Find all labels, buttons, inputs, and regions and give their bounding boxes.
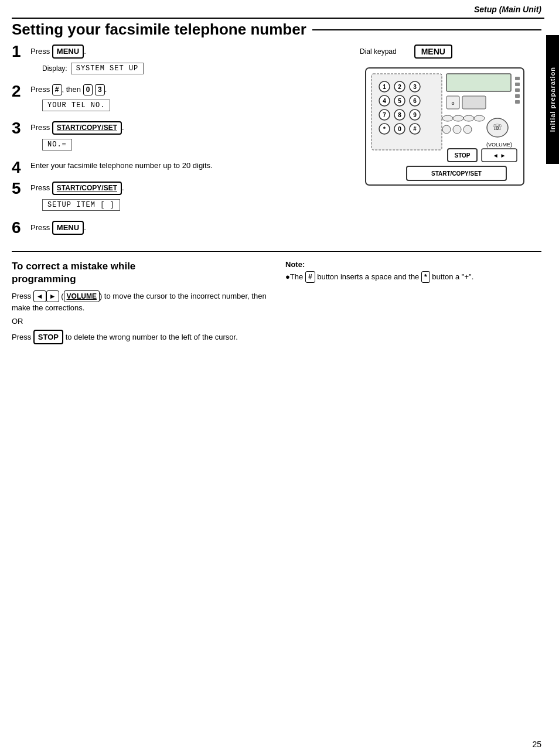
- svg-point-36: [453, 115, 463, 121]
- steps-area: 1 Press MENU. Display: SYSTEM SET UP 2 P: [12, 45, 541, 243]
- svg-point-38: [474, 115, 485, 121]
- step-3-start-btn: START/COPY/SET: [52, 121, 122, 135]
- svg-point-39: [442, 125, 451, 134]
- svg-text:8: 8: [398, 112, 401, 118]
- svg-text:1: 1: [383, 84, 386, 90]
- step-2-3-btn: 3: [95, 84, 105, 95]
- step-2-0-btn: 0: [83, 84, 93, 95]
- vol-right-btn: ►: [46, 290, 59, 302]
- page-title-text: Setting your facsimile telephone number: [12, 20, 306, 39]
- page-number: 25: [532, 740, 541, 749]
- step-1-number: 1: [12, 43, 30, 60]
- step-6: 6 Press MENU.: [12, 221, 348, 237]
- step-6-menu-btn: MENU: [52, 221, 84, 235]
- correct-mistake-title: To correct a mistake whileprogramming: [12, 260, 268, 286]
- main-content: Setting your facsimile telephone number …: [12, 20, 541, 733]
- dial-keypad-label: Dial keypad: [360, 47, 397, 56]
- step-2: 2 Press #, then 0 3. YOUR TEL NO.: [12, 84, 348, 115]
- svg-rect-27: [515, 77, 520, 80]
- volume-btn: VOLUME: [64, 290, 100, 302]
- svg-rect-26: [446, 74, 511, 91]
- fax-machine-diagram: 1 2 3 4 5 6 7 8 9: [360, 62, 536, 203]
- svg-point-41: [463, 125, 472, 134]
- second-section: To correct a mistake whileprogramming Pr…: [12, 260, 541, 345]
- note-body: ●The # button inserts a space and the * …: [285, 271, 541, 283]
- step-4-content: Enter your facsimile telephone number up…: [30, 160, 348, 173]
- step-5-text: Press START/COPY/SET.: [30, 182, 348, 195]
- step-3-text: Press START/COPY/SET.: [30, 121, 348, 135]
- step-6-text: Press MENU.: [30, 221, 348, 235]
- svg-rect-30: [515, 94, 520, 98]
- note-hash-btn: #: [305, 271, 315, 283]
- page-number-text: 25: [532, 740, 541, 749]
- step-5-start-btn: START/COPY/SET: [52, 182, 122, 195]
- step-4: 4 Enter your facsimile telephone number …: [12, 160, 348, 176]
- diagram-container: Dial keypad MENU 1 2 3 4 5: [360, 45, 541, 243]
- page-header: Setup (Main Unit): [474, 5, 541, 14]
- step-3-display-row: NO.=: [42, 137, 348, 152]
- step-2-text: Press #, then 0 3.: [30, 84, 348, 95]
- step-1-menu-btn: MENU: [52, 45, 84, 59]
- svg-text:STOP: STOP: [454, 152, 470, 159]
- svg-point-40: [453, 125, 461, 134]
- step-5-display-box: SETUP ITEM [ ]: [42, 199, 120, 211]
- svg-text:5: 5: [398, 98, 401, 104]
- step-4-text: Enter your facsimile telephone number up…: [30, 160, 348, 171]
- svg-text:3: 3: [413, 84, 417, 90]
- svg-text:*: *: [383, 126, 386, 132]
- svg-text:o: o: [451, 100, 454, 106]
- step-1-content: Press MENU. Display: SYSTEM SET UP: [30, 45, 348, 78]
- svg-text:#: #: [413, 126, 417, 132]
- step-5-display-row: SETUP ITEM [ ]: [42, 197, 348, 213]
- svg-point-35: [442, 115, 453, 121]
- svg-text:9: 9: [413, 112, 417, 118]
- note-section: Note: ●The # button inserts a space and …: [285, 260, 541, 345]
- svg-text:◄  ►: ◄ ►: [493, 152, 506, 159]
- step-5-number: 5: [12, 180, 30, 197]
- svg-rect-29: [515, 88, 520, 92]
- step-6-number: 6: [12, 220, 30, 236]
- step-2-display-row: YOUR TEL NO.: [42, 98, 348, 113]
- svg-text:(VOLUME): (VOLUME): [486, 142, 512, 148]
- step-1-display-box: SYSTEM SET UP: [71, 63, 144, 74]
- svg-text:☏: ☏: [492, 122, 503, 132]
- step-3-display-box: NO.=: [42, 139, 72, 150]
- correct-mistake-body: Press ◄► (VOLUME) to move the cursor to …: [12, 290, 268, 345]
- stop-btn-correct: STOP: [33, 330, 63, 345]
- steps-list: 1 Press MENU. Display: SYSTEM SET UP 2 P: [12, 45, 348, 243]
- svg-text:6: 6: [413, 98, 417, 104]
- sidebar-label: Initial preparation: [549, 67, 556, 132]
- step-3-number: 3: [12, 120, 30, 136]
- diagram-header: Dial keypad MENU: [360, 45, 541, 59]
- svg-text:2: 2: [398, 84, 401, 90]
- svg-point-37: [463, 115, 474, 121]
- note-title: Note:: [285, 260, 541, 269]
- step-1-display-row: Display: SYSTEM SET UP: [42, 61, 348, 76]
- header-title: Setup (Main Unit): [474, 5, 541, 14]
- step-1: 1 Press MENU. Display: SYSTEM SET UP: [12, 45, 348, 78]
- correct-mistake-section: To correct a mistake whileprogramming Pr…: [12, 260, 268, 345]
- vol-left-right-btn: ◄: [33, 290, 46, 302]
- step-5-content: Press START/COPY/SET. SETUP ITEM [ ]: [30, 182, 348, 215]
- svg-text:0: 0: [398, 126, 401, 132]
- step-3-content: Press START/COPY/SET. NO.=: [30, 121, 348, 155]
- svg-text:START/COPY/SET: START/COPY/SET: [431, 170, 482, 177]
- svg-rect-31: [515, 100, 520, 104]
- svg-rect-28: [515, 83, 520, 86]
- section-divider: [12, 251, 541, 252]
- note-star-btn: *: [421, 271, 430, 283]
- sidebar-tab: Initial preparation: [546, 35, 559, 164]
- step-2-display-box: YOUR TEL NO.: [42, 100, 110, 111]
- header-divider: [12, 18, 544, 19]
- svg-text:7: 7: [383, 112, 386, 118]
- step-6-content: Press MENU.: [30, 221, 348, 237]
- step-1-display-label: Display:: [42, 64, 67, 73]
- step-2-hash-btn: #: [52, 84, 62, 95]
- step-2-content: Press #, then 0 3. YOUR TEL NO.: [30, 84, 348, 115]
- step-4-number: 4: [12, 159, 30, 176]
- step-5: 5 Press START/COPY/SET. SETUP ITEM [ ]: [12, 182, 348, 215]
- step-2-number: 2: [12, 83, 30, 100]
- step-3: 3 Press START/COPY/SET. NO.=: [12, 121, 348, 155]
- step-1-text: Press MENU.: [30, 45, 348, 59]
- svg-rect-34: [462, 96, 486, 109]
